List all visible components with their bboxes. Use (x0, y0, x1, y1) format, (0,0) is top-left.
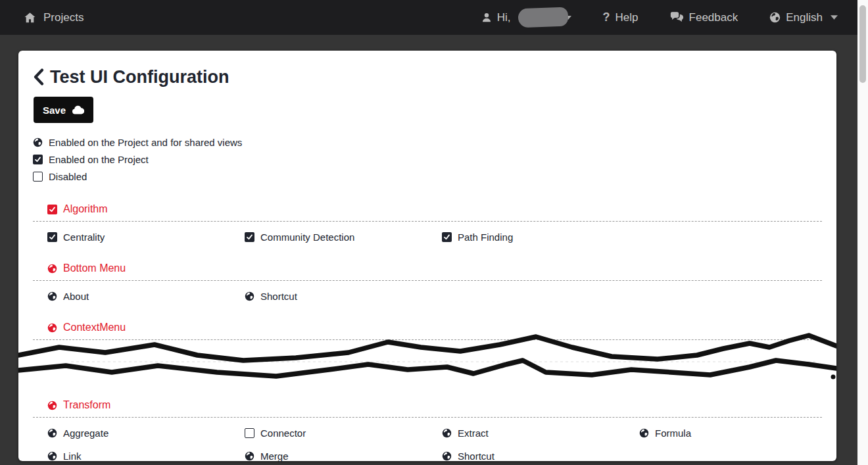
feature-item-label: Aggregate (63, 428, 108, 439)
section-bottom-menu: Bottom MenuAboutShortcut (18, 261, 836, 303)
feature-item-link[interactable]: Link (47, 449, 245, 461)
section-transform: TransformAggregateConnectorExtractFormul… (18, 398, 836, 461)
globe-icon (33, 137, 43, 147)
feature-item-merge[interactable]: Merge (245, 449, 442, 461)
user-icon (481, 12, 492, 23)
section-title: Algorithm (63, 203, 108, 215)
feature-item-label: Formula (655, 428, 691, 439)
feature-item-label: Connector (260, 428, 306, 439)
checked-checkbox-icon (47, 205, 57, 214)
section-items-grid: AggregateConnectorExtractFormulaLinkMerg… (47, 418, 822, 461)
feature-item-formula[interactable]: Formula (639, 426, 836, 440)
projects-label: Projects (43, 11, 84, 24)
feature-item-path-finding[interactable]: Path Finding (442, 230, 639, 244)
feature-item-label: Extract (458, 428, 489, 439)
save-button[interactable]: Save (34, 97, 93, 123)
section-header-toggle[interactable]: Bottom Menu (47, 261, 836, 276)
language-label: English (786, 11, 823, 24)
home-icon (24, 12, 36, 24)
user-menu[interactable]: Hi, (481, 8, 571, 27)
feedback-comments-icon (670, 12, 684, 23)
greeting-label: Hi, (497, 11, 511, 24)
globe-icon (442, 451, 452, 461)
feature-item-label: Path Finding (458, 232, 513, 243)
redacted-username (518, 7, 568, 28)
state-legend: Enabled on the Project and for shared vi… (33, 134, 836, 185)
section-items-grid: CentralityCommunity DetectionPath Findin… (47, 222, 822, 244)
checked-checkbox-icon (47, 232, 57, 242)
globe-icon (442, 428, 452, 438)
legend-item: Disabled (33, 168, 836, 185)
help-label: Help (615, 11, 639, 24)
feature-item-label: Shortcut (260, 291, 297, 302)
section-contextmenu: ContextMenu (18, 320, 836, 381)
feature-item-label: Community Detection (260, 232, 354, 243)
globe-icon (245, 291, 254, 301)
chevron-down-icon (831, 15, 838, 20)
save-button-label: Save (43, 105, 66, 116)
section-title: Bottom Menu (63, 262, 126, 274)
section-title: Transform (63, 399, 110, 411)
globe-icon (47, 291, 57, 301)
scrollbar-thumb[interactable] (859, 5, 866, 83)
feature-item-connector[interactable]: Connector (245, 426, 442, 440)
feedback-menu-item[interactable]: Feedback (670, 11, 738, 24)
section-items-grid: AboutShortcut (47, 281, 822, 303)
vertical-scrollbar[interactable] (857, 0, 868, 465)
help-menu-item[interactable]: ? Help (603, 11, 639, 24)
legend-item-label: Enabled on the Project (49, 154, 149, 165)
feature-item-about[interactable]: About (47, 289, 245, 303)
unchecked-checkbox-icon (33, 172, 43, 182)
feature-item-label: Merge (260, 451, 289, 462)
globe-icon (769, 12, 781, 23)
feature-item-shortcut[interactable]: Shortcut (442, 449, 639, 461)
globe-icon (47, 323, 57, 333)
feature-item-centrality[interactable]: Centrality (47, 230, 245, 244)
projects-nav-link[interactable]: Projects (24, 11, 84, 24)
checked-checkbox-icon (33, 155, 43, 164)
page-title-row: Test UI Configuration (33, 66, 836, 88)
feature-item-label: Shortcut (458, 451, 494, 462)
feature-item-label: Link (63, 451, 82, 462)
globe-icon (47, 401, 57, 410)
feature-item-label: Centrality (63, 232, 105, 243)
sections-list: AlgorithmCentralityCommunity DetectionPa… (18, 202, 836, 461)
feature-item-shortcut[interactable]: Shortcut (245, 289, 442, 303)
language-menu[interactable]: English (769, 11, 838, 24)
checked-checkbox-icon (442, 232, 452, 242)
tear-marks (18, 332, 836, 387)
globe-icon (47, 264, 57, 274)
legend-item-label: Disabled (49, 171, 87, 182)
feedback-label: Feedback (689, 11, 738, 24)
back-button[interactable] (33, 68, 44, 86)
checked-checkbox-icon (245, 232, 254, 242)
feature-item-aggregate[interactable]: Aggregate (47, 426, 245, 440)
section-header-toggle[interactable]: Transform (47, 398, 836, 412)
cloud-icon (72, 105, 84, 114)
feature-item-extract[interactable]: Extract (442, 426, 639, 440)
feature-item-label: About (63, 291, 89, 302)
globe-icon (47, 428, 57, 438)
page-title: Test UI Configuration (50, 67, 229, 87)
feature-item-community-detection[interactable]: Community Detection (245, 230, 442, 244)
globe-icon (245, 451, 254, 461)
configuration-panel: Test UI Configuration Save Enabled on th… (18, 51, 836, 461)
torn-screenshot-gap (18, 340, 836, 381)
unchecked-checkbox-icon (245, 428, 254, 438)
legend-item-label: Enabled on the Project and for shared vi… (49, 137, 242, 148)
legend-item: Enabled on the Project and for shared vi… (33, 134, 836, 151)
legend-item: Enabled on the Project (33, 151, 836, 168)
section-algorithm: AlgorithmCentralityCommunity DetectionPa… (18, 202, 836, 244)
question-mark-icon: ? (603, 11, 610, 24)
globe-icon (47, 451, 57, 461)
top-navigation-bar: Projects Hi, ? Help Feedback E (0, 0, 868, 35)
section-header-toggle[interactable]: Algorithm (47, 202, 836, 216)
globe-icon (639, 428, 649, 438)
